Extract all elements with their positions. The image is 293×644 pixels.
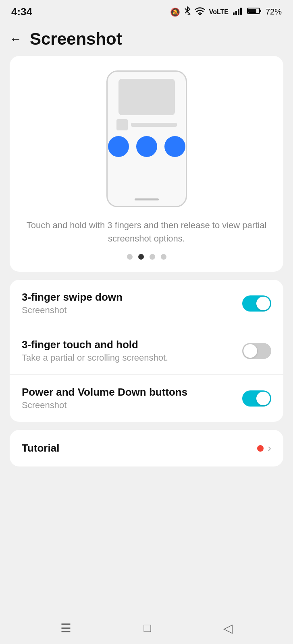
header: ← Screenshot [0, 22, 293, 56]
nav-home-icon[interactable]: □ [143, 621, 151, 635]
three-finger-swipe-toggle-thumb [256, 297, 270, 310]
svg-rect-7 [248, 9, 256, 13]
phone-small-square [116, 119, 128, 130]
three-finger-swipe-title: 3-finger swipe down [22, 291, 242, 303]
power-volume-subtitle: Screenshot [22, 400, 242, 411]
mute-icon: 🔕 [170, 7, 180, 17]
tutorial-red-dot [257, 445, 264, 452]
phone-line [131, 123, 177, 127]
page-title: Screenshot [30, 29, 122, 49]
three-finger-swipe-subtitle: Screenshot [22, 305, 242, 316]
volte-icon: VoLTE [209, 8, 229, 16]
three-finger-touch-title: 3-finger touch and hold [22, 339, 242, 351]
status-bar: 4:34 🔕 VoLTE [0, 0, 293, 22]
three-finger-swipe-toggle[interactable] [242, 295, 271, 312]
three-finger-swipe-item: 3-finger swipe down Screenshot [10, 280, 283, 327]
signal-icon [233, 7, 243, 17]
three-finger-touch-item: 3-finger touch and hold Take a partial o… [10, 327, 283, 375]
status-icons: 🔕 VoLTE [170, 6, 282, 17]
phone-line-row [114, 119, 179, 130]
phone-blue-dot-2 [136, 136, 157, 157]
power-volume-toggle[interactable] [242, 390, 271, 407]
svg-rect-3 [238, 9, 239, 15]
illustration-description: Touch and hold with 3 fingers and then r… [19, 219, 274, 245]
svg-rect-4 [240, 8, 242, 15]
three-finger-swipe-text: 3-finger swipe down Screenshot [22, 291, 242, 316]
tutorial-title: Tutorial [22, 442, 59, 454]
phone-dots-row [108, 136, 185, 157]
power-volume-title: Power and Volume Down buttons [22, 386, 242, 398]
pagination-dot-3[interactable] [150, 254, 155, 260]
phone-illustration [106, 70, 187, 207]
tutorial-item[interactable]: Tutorial › [10, 430, 283, 466]
nav-menu-icon[interactable]: ☰ [60, 621, 71, 635]
pagination-dot-4[interactable] [161, 254, 166, 260]
illustration-card: Touch and hold with 3 fingers and then r… [10, 56, 283, 272]
status-time: 4:34 [11, 6, 32, 18]
pagination-dot-1[interactable] [127, 254, 133, 260]
tutorial-chevron-icon: › [268, 442, 271, 454]
bluetooth-icon [184, 6, 191, 17]
pagination-dot-2[interactable] [138, 254, 144, 260]
power-volume-item: Power and Volume Down buttons Screenshot [10, 375, 283, 422]
bottom-nav: ☰ □ ◁ [0, 612, 293, 644]
tutorial-right: › [257, 442, 271, 454]
battery-icon [247, 7, 262, 17]
phone-blue-dot-1 [108, 136, 129, 157]
nav-back-icon[interactable]: ◁ [223, 621, 233, 635]
svg-rect-1 [233, 12, 235, 15]
svg-rect-6 [260, 10, 261, 12]
tutorial-card: Tutorial › [10, 430, 283, 466]
svg-point-0 [199, 14, 201, 15]
power-volume-text: Power and Volume Down buttons Screenshot [22, 386, 242, 411]
phone-bottom-line [135, 198, 159, 200]
pagination-dots [127, 254, 166, 260]
wifi-icon [195, 7, 205, 17]
three-finger-touch-subtitle: Take a partial or scrolling screenshot. [22, 353, 242, 363]
main-content: Touch and hold with 3 fingers and then r… [0, 56, 293, 507]
three-finger-touch-toggle[interactable] [242, 343, 271, 359]
battery-percent: 72% [266, 7, 282, 17]
three-finger-touch-text: 3-finger touch and hold Take a partial o… [22, 339, 242, 363]
phone-screen-block [118, 79, 175, 115]
settings-card: 3-finger swipe down Screenshot 3-finger … [10, 280, 283, 422]
phone-blue-dot-3 [164, 136, 185, 157]
svg-rect-2 [235, 11, 237, 15]
power-volume-toggle-thumb [256, 392, 270, 405]
back-button[interactable]: ← [10, 33, 22, 45]
three-finger-touch-toggle-thumb [243, 344, 257, 358]
